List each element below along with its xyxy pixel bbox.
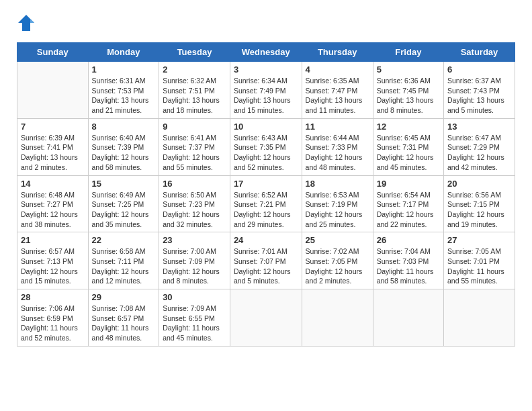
day-info: Sunrise: 7:04 AMSunset: 7:03 PMDaylight:… xyxy=(377,246,440,286)
calendar-cell: 21Sunrise: 6:57 AMSunset: 7:13 PMDayligh… xyxy=(17,232,89,289)
day-info: Sunrise: 6:43 AMSunset: 7:35 PMDaylight:… xyxy=(234,133,298,173)
day-number: 9 xyxy=(163,122,226,132)
calendar-cell xyxy=(373,289,443,347)
calendar-cell xyxy=(230,289,302,347)
calendar-cell: 9Sunrise: 6:41 AMSunset: 7:37 PMDaylight… xyxy=(159,118,230,175)
day-info: Sunrise: 6:49 AMSunset: 7:25 PMDaylight:… xyxy=(92,190,156,230)
day-info: Sunrise: 6:45 AMSunset: 7:31 PMDaylight:… xyxy=(377,133,440,173)
logo-icon xyxy=(17,13,36,32)
day-number: 26 xyxy=(377,235,440,245)
calendar-cell: 19Sunrise: 6:54 AMSunset: 7:17 PMDayligh… xyxy=(373,175,443,232)
day-number: 7 xyxy=(21,122,85,132)
day-number: 24 xyxy=(234,235,298,245)
day-header-friday: Friday xyxy=(373,43,443,62)
day-info: Sunrise: 7:06 AMSunset: 6:59 PMDaylight:… xyxy=(21,304,85,343)
calendar-cell: 14Sunrise: 6:48 AMSunset: 7:27 PMDayligh… xyxy=(17,175,89,232)
day-number: 16 xyxy=(163,179,226,189)
day-info: Sunrise: 6:47 AMSunset: 7:29 PMDaylight:… xyxy=(447,133,511,173)
day-info: Sunrise: 6:54 AMSunset: 7:17 PMDaylight:… xyxy=(377,190,440,230)
day-info: Sunrise: 6:58 AMSunset: 7:11 PMDaylight:… xyxy=(92,246,156,286)
calendar-cell: 7Sunrise: 6:39 AMSunset: 7:41 PMDaylight… xyxy=(17,118,89,175)
day-number: 28 xyxy=(21,292,85,302)
day-number: 22 xyxy=(92,235,156,245)
day-info: Sunrise: 6:39 AMSunset: 7:41 PMDaylight:… xyxy=(21,133,85,173)
calendar-cell: 3Sunrise: 6:34 AMSunset: 7:49 PMDaylight… xyxy=(230,62,302,119)
day-info: Sunrise: 6:31 AMSunset: 7:53 PMDaylight:… xyxy=(92,76,156,116)
day-header-wednesday: Wednesday xyxy=(230,43,302,62)
day-number: 13 xyxy=(447,122,511,132)
day-number: 23 xyxy=(163,235,226,245)
day-info: Sunrise: 6:41 AMSunset: 7:37 PMDaylight:… xyxy=(163,133,226,173)
day-number: 4 xyxy=(306,64,369,75)
day-number: 25 xyxy=(306,235,369,245)
day-number: 3 xyxy=(234,64,298,75)
calendar-cell: 8Sunrise: 6:40 AMSunset: 7:39 PMDaylight… xyxy=(88,118,159,175)
day-info: Sunrise: 6:32 AMSunset: 7:51 PMDaylight:… xyxy=(163,76,226,116)
day-info: Sunrise: 6:53 AMSunset: 7:19 PMDaylight:… xyxy=(306,190,369,230)
calendar-cell: 6Sunrise: 6:37 AMSunset: 7:43 PMDaylight… xyxy=(444,62,515,119)
day-number: 30 xyxy=(163,292,226,302)
calendar-cell: 29Sunrise: 7:08 AMSunset: 6:57 PMDayligh… xyxy=(88,289,159,347)
day-number: 1 xyxy=(92,64,156,75)
calendar-week-row: 21Sunrise: 6:57 AMSunset: 7:13 PMDayligh… xyxy=(17,232,515,289)
day-info: Sunrise: 7:05 AMSunset: 7:01 PMDaylight:… xyxy=(447,246,511,286)
calendar-week-row: 1Sunrise: 6:31 AMSunset: 7:53 PMDaylight… xyxy=(17,62,515,119)
calendar-table: SundayMondayTuesdayWednesdayThursdayFrid… xyxy=(17,42,515,347)
calendar-cell: 28Sunrise: 7:06 AMSunset: 6:59 PMDayligh… xyxy=(17,289,89,347)
day-header-monday: Monday xyxy=(88,43,159,62)
day-number: 6 xyxy=(447,64,511,75)
calendar-cell: 2Sunrise: 6:32 AMSunset: 7:51 PMDaylight… xyxy=(159,62,230,119)
calendar-cell: 11Sunrise: 6:44 AMSunset: 7:33 PMDayligh… xyxy=(302,118,373,175)
day-number: 18 xyxy=(306,179,369,189)
calendar-cell: 18Sunrise: 6:53 AMSunset: 7:19 PMDayligh… xyxy=(302,175,373,232)
day-number: 2 xyxy=(163,64,226,75)
day-number: 20 xyxy=(447,179,511,189)
calendar-cell: 5Sunrise: 6:36 AMSunset: 7:45 PMDaylight… xyxy=(373,62,443,119)
day-number: 5 xyxy=(377,64,440,75)
day-info: Sunrise: 6:35 AMSunset: 7:47 PMDaylight:… xyxy=(306,76,369,116)
calendar-cell: 4Sunrise: 6:35 AMSunset: 7:47 PMDaylight… xyxy=(302,62,373,119)
day-info: Sunrise: 6:50 AMSunset: 7:23 PMDaylight:… xyxy=(163,190,226,230)
calendar-cell: 30Sunrise: 7:09 AMSunset: 6:55 PMDayligh… xyxy=(159,289,230,347)
day-number: 27 xyxy=(447,235,511,245)
day-number: 29 xyxy=(92,292,156,302)
calendar-cell: 24Sunrise: 7:01 AMSunset: 7:07 PMDayligh… xyxy=(230,232,302,289)
day-number: 17 xyxy=(234,179,298,189)
calendar-cell: 17Sunrise: 6:52 AMSunset: 7:21 PMDayligh… xyxy=(230,175,302,232)
day-number: 11 xyxy=(306,122,369,132)
day-info: Sunrise: 6:57 AMSunset: 7:13 PMDaylight:… xyxy=(21,246,85,286)
calendar-cell xyxy=(17,62,89,119)
calendar-cell: 16Sunrise: 6:50 AMSunset: 7:23 PMDayligh… xyxy=(159,175,230,232)
day-info: Sunrise: 6:44 AMSunset: 7:33 PMDaylight:… xyxy=(306,133,369,173)
calendar-cell: 22Sunrise: 6:58 AMSunset: 7:11 PMDayligh… xyxy=(88,232,159,289)
day-number: 14 xyxy=(21,179,85,189)
calendar-cell: 26Sunrise: 7:04 AMSunset: 7:03 PMDayligh… xyxy=(373,232,443,289)
day-number: 19 xyxy=(377,179,440,189)
day-info: Sunrise: 7:09 AMSunset: 6:55 PMDaylight:… xyxy=(163,304,226,343)
logo xyxy=(17,13,38,32)
day-info: Sunrise: 7:01 AMSunset: 7:07 PMDaylight:… xyxy=(234,246,298,286)
page-header xyxy=(17,13,515,32)
day-info: Sunrise: 7:02 AMSunset: 7:05 PMDaylight:… xyxy=(306,246,369,286)
day-info: Sunrise: 6:48 AMSunset: 7:27 PMDaylight:… xyxy=(21,190,85,230)
calendar-cell: 1Sunrise: 6:31 AMSunset: 7:53 PMDaylight… xyxy=(88,62,159,119)
calendar-cell xyxy=(302,289,373,347)
calendar-cell xyxy=(444,289,515,347)
calendar-cell: 27Sunrise: 7:05 AMSunset: 7:01 PMDayligh… xyxy=(444,232,515,289)
day-info: Sunrise: 6:34 AMSunset: 7:49 PMDaylight:… xyxy=(234,76,298,116)
day-number: 21 xyxy=(21,235,85,245)
calendar-cell: 23Sunrise: 7:00 AMSunset: 7:09 PMDayligh… xyxy=(159,232,230,289)
day-header-saturday: Saturday xyxy=(444,43,515,62)
calendar-week-row: 7Sunrise: 6:39 AMSunset: 7:41 PMDaylight… xyxy=(17,118,515,175)
day-info: Sunrise: 6:56 AMSunset: 7:15 PMDaylight:… xyxy=(447,190,511,230)
day-number: 10 xyxy=(234,122,298,132)
day-info: Sunrise: 6:40 AMSunset: 7:39 PMDaylight:… xyxy=(92,133,156,173)
day-number: 8 xyxy=(92,122,156,132)
day-info: Sunrise: 6:36 AMSunset: 7:45 PMDaylight:… xyxy=(377,76,440,116)
calendar-cell: 25Sunrise: 7:02 AMSunset: 7:05 PMDayligh… xyxy=(302,232,373,289)
day-header-sunday: Sunday xyxy=(17,43,89,62)
calendar-cell: 12Sunrise: 6:45 AMSunset: 7:31 PMDayligh… xyxy=(373,118,443,175)
day-info: Sunrise: 6:37 AMSunset: 7:43 PMDaylight:… xyxy=(447,76,511,116)
svg-marker-1 xyxy=(30,19,34,23)
day-info: Sunrise: 6:52 AMSunset: 7:21 PMDaylight:… xyxy=(234,190,298,230)
